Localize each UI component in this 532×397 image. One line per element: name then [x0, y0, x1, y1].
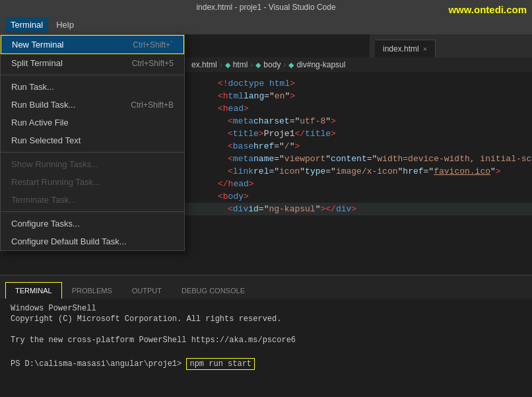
terminal-tab-bar: TERMINAL PROBLEMS OUTPUT DEBUG CONSOLE: [0, 275, 532, 299]
menu-configure-default-build-task[interactable]: Configure Default Build Task...: [1, 233, 184, 250]
split-terminal-shortcut: Ctrl+Shift+5: [132, 59, 174, 68]
code-line-4: <meta charset="utf-8">: [185, 115, 532, 127]
title-bar: index.html - proje1 - Visual Studio Code…: [0, 0, 532, 15]
code-line-2: <html lang="en">: [185, 90, 532, 102]
menu-run-build-task[interactable]: Run Build Task... Ctrl+Shift+B: [1, 96, 184, 114]
menu-configure-tasks[interactable]: Configure Tasks...: [1, 215, 184, 233]
separator-3: [1, 211, 184, 212]
menu-new-terminal[interactable]: New Terminal Ctrl+Shift+`: [1, 35, 184, 54]
new-terminal-shortcut: Ctrl+Shift+`: [133, 40, 173, 50]
code-line-8: <link rel="icon" type="image/x-icon" hre…: [185, 165, 532, 178]
code-line-12: </body>: [185, 215, 532, 217]
tab-filename: index.html: [383, 44, 419, 54]
terminal-line-2: Copyright (C) Microsoft Corporation. All…: [11, 314, 521, 324]
breadcrumb-div: div#ng-kapsul: [296, 60, 345, 69]
show-running-tasks-label: Show Running Tasks...: [11, 159, 98, 169]
code-line-10: <body>: [185, 190, 532, 203]
terminal-dropdown-menu: New Terminal Ctrl+Shift+` Split Terminal…: [0, 34, 185, 251]
code-line-6: <base href="/">: [185, 140, 532, 153]
new-terminal-label: New Terminal: [12, 40, 64, 50]
code-line-9: </head>: [185, 178, 532, 190]
tab-output[interactable]: OUTPUT: [122, 282, 172, 299]
terminal-line-3: [11, 325, 521, 334]
restart-running-task-label: Restart Running Task...: [11, 177, 100, 187]
breadcrumb-icon-div: ◆: [288, 61, 294, 69]
run-task-label: Run Task...: [11, 82, 54, 92]
breadcrumb-bar: ex.html › ◆ html › ◆ body › ◆ div#ng-kap…: [185, 57, 532, 72]
menu-restart-running-task: Restart Running Task...: [1, 173, 184, 191]
separator-1: [1, 75, 184, 75]
split-terminal-label: Split Terminal: [11, 58, 63, 68]
terminal-line-5: [11, 346, 521, 355]
breadcrumb-icon-html: ◆: [225, 61, 230, 69]
code-line-11: <div id="ng-kapsul"></div>: [185, 203, 532, 215]
tab-close-button[interactable]: ×: [423, 45, 427, 53]
terminate-task-label: Terminate Task...: [11, 195, 76, 205]
menu-show-running-tasks: Show Running Tasks...: [1, 155, 184, 173]
menu-split-terminal[interactable]: Split Terminal Ctrl+Shift+5: [1, 54, 184, 72]
menu-run-active-file[interactable]: Run Active File: [1, 114, 184, 131]
menu-run-task[interactable]: Run Task...: [1, 78, 184, 96]
editor-tab-index-html[interactable]: index.html ×: [375, 40, 436, 57]
breadcrumb-icon-body: ◆: [255, 61, 261, 69]
tab-terminal[interactable]: TERMINAL: [5, 282, 62, 299]
breadcrumb-html: html: [233, 60, 248, 69]
code-line-5: <title>Proje1</title>: [185, 127, 532, 140]
code-line-1: <!doctype html>: [185, 77, 532, 90]
separator-2: [1, 152, 184, 153]
menu-terminate-task: Terminate Task...: [1, 191, 184, 209]
terminal-line-4: Try the new cross-platform PowerShell ht…: [11, 336, 521, 345]
terminal-content: Windows PowerShell Copyright (C) Microso…: [0, 299, 532, 397]
terminal-command-input[interactable]: npm run start: [186, 358, 255, 370]
terminal-prompt-text: PS D:\calisma-masasi\angular\proje1>: [11, 359, 186, 369]
editor-area: <!doctype html> <html lang="en"> <head> …: [185, 72, 532, 217]
breadcrumb-body: body: [263, 60, 281, 69]
tab-debug-console[interactable]: DEBUG CONSOLE: [172, 282, 255, 299]
tab-problems[interactable]: PROBLEMS: [62, 282, 122, 299]
menu-bar: Terminal Help: [0, 15, 532, 34]
configure-default-build-task-label: Configure Default Build Task...: [11, 236, 127, 246]
terminal-panel: TERMINAL PROBLEMS OUTPUT DEBUG CONSOLE W…: [0, 275, 532, 397]
terminal-prompt-line: PS D:\calisma-masasi\angular\proje1> npm…: [11, 358, 521, 370]
run-active-file-label: Run Active File: [11, 118, 69, 127]
breadcrumb-file: ex.html: [191, 60, 217, 69]
configure-tasks-label: Configure Tasks...: [11, 219, 80, 229]
editor-tab-bar: index.html ×: [370, 34, 532, 57]
menu-terminal[interactable]: Terminal: [5, 17, 48, 32]
run-build-task-label: Run Build Task...: [11, 100, 75, 110]
code-line-3: <head>: [185, 102, 532, 115]
terminal-line-1: Windows PowerShell: [11, 304, 521, 313]
run-selected-text-label: Run Selected Text: [11, 135, 81, 145]
watermark: www.ontedi.com: [448, 4, 527, 15]
run-build-task-shortcut: Ctrl+Shift+B: [131, 100, 174, 110]
menu-run-selected-text[interactable]: Run Selected Text: [1, 131, 184, 149]
menu-help[interactable]: Help: [51, 17, 79, 32]
code-line-7: <meta name="viewport" content="width=dev…: [185, 153, 532, 165]
title-text: index.html - proje1 - Visual Studio Code: [196, 3, 335, 12]
